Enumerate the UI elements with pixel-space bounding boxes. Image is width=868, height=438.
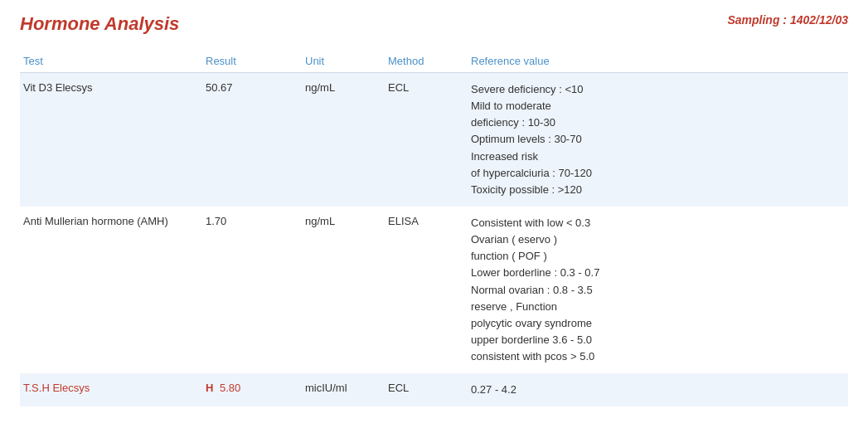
reference-text: 0.27 - 4.2	[471, 382, 841, 398]
table-row: Vit D3 Elecsys50.67ng/mLECLSevere defici…	[20, 73, 848, 207]
col-header-unit: Unit	[302, 50, 385, 73]
col-header-test: Test	[20, 50, 202, 73]
table-row: T.S.H ElecsysH 5.80micIU/mlECL0.27 - 4.2	[20, 373, 848, 406]
cell-method: ECL	[385, 73, 468, 207]
result-value: 1.70	[206, 215, 226, 227]
cell-method: ECL	[385, 373, 468, 406]
cell-unit: micIU/ml	[302, 373, 385, 406]
result-value: 50.67	[206, 81, 233, 94]
result-value: 5.80	[220, 382, 240, 394]
sampling-date: Sampling : 1402/12/03	[727, 13, 848, 27]
page-title: Hormone Analysis	[20, 13, 179, 35]
cell-reference: 0.27 - 4.2	[468, 373, 848, 406]
cell-result: 50.67	[202, 73, 302, 207]
cell-method: ELISA	[385, 207, 468, 373]
cell-test: Vit D3 Elecsys	[20, 73, 202, 207]
cell-reference: Consistent with low < 0.3Ovarian ( eserv…	[468, 207, 848, 373]
cell-result: 1.70	[202, 207, 302, 373]
cell-unit: ng/mL	[302, 207, 385, 373]
cell-reference: Severe deficiency : <10Mild to moderate …	[468, 73, 848, 207]
reference-text: Severe deficiency : <10Mild to moderate …	[471, 81, 841, 198]
reference-text: Consistent with low < 0.3Ovarian ( eserv…	[471, 215, 841, 365]
header: Hormone Analysis Sampling : 1402/12/03	[20, 13, 848, 35]
col-header-result: Result	[202, 50, 302, 73]
col-header-reference: Reference value	[468, 50, 848, 73]
page: Hormone Analysis Sampling : 1402/12/03 T…	[0, 0, 868, 438]
cell-test: Anti Mullerian hormone (AMH)	[20, 207, 202, 373]
cell-result: H 5.80	[202, 373, 302, 406]
cell-test: T.S.H Elecsys	[20, 373, 202, 406]
table-header-row: Test Result Unit Method Reference value	[20, 50, 848, 73]
cell-unit: ng/mL	[302, 73, 385, 207]
results-table: Test Result Unit Method Reference value …	[20, 50, 848, 406]
col-header-method: Method	[385, 50, 468, 73]
table-row: Anti Mullerian hormone (AMH)1.70ng/mLELI…	[20, 207, 848, 373]
result-flag: H	[206, 382, 216, 394]
